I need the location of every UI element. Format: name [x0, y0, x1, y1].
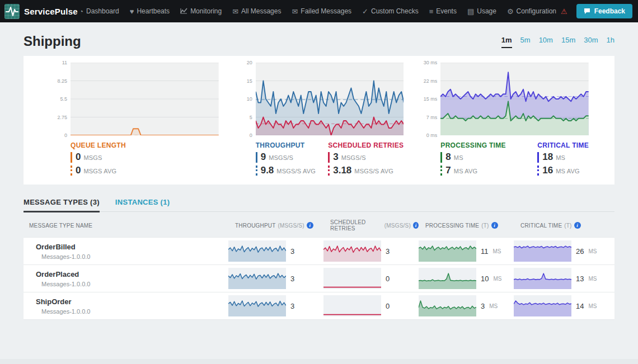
legend-title: SCHEDULED RETRIES: [328, 141, 404, 149]
y-tick-label: 15 ms: [424, 96, 438, 102]
tab-message-types-3[interactable]: MESSAGE TYPES (3): [24, 198, 100, 212]
y-tick-label: 22 ms: [424, 78, 438, 84]
time-tab-1h[interactable]: 1h: [607, 36, 614, 44]
navbar: ServicePulse ◔Dashboard♥HeartbeatsMonito…: [0, 0, 638, 22]
brand[interactable]: ServicePulse: [4, 4, 78, 19]
critical-time-unit: MS: [588, 303, 597, 309]
legend-title: THROUGHPUT: [256, 141, 316, 149]
nav-item-monitoring[interactable]: Monitoring: [180, 7, 222, 15]
time-tab-5m[interactable]: 5m: [520, 36, 531, 44]
nav-item-label: Heartbeats: [137, 7, 170, 15]
queue-length-plot: [71, 63, 219, 135]
table-body: OrderBilledMessages-1.0.0.03311MS26MSOrd…: [24, 237, 614, 320]
inbox-icon: ✉: [232, 8, 238, 15]
metric-number: 18: [542, 152, 553, 163]
processing-critical-plot: [440, 63, 589, 135]
time-tab-10m[interactable]: 10m: [539, 36, 553, 44]
critical-time-sparkline: [514, 295, 571, 316]
scheduled-retries-value: 0: [386, 302, 390, 310]
y-axis: 30 ms22 ms15 ms7 ms0 ms: [419, 63, 440, 135]
nav-item-heartbeats[interactable]: ♥Heartbeats: [130, 7, 170, 15]
nav-item-events[interactable]: ≡Events: [429, 7, 457, 15]
nav-item-usage[interactable]: ▤Usage: [467, 7, 496, 15]
metric-number: 16: [542, 166, 553, 176]
main-content: Shipping 1m5m10m15m30m1h 118.255.52.750 …: [0, 34, 638, 320]
nav-item-failed-messages[interactable]: ✉Failed Messages: [292, 7, 351, 15]
feedback-button[interactable]: Feedback: [576, 4, 632, 18]
message-type-cell: ShipOrderMessages-1.0.0.0: [24, 297, 228, 315]
y-tick-label: 7 ms: [426, 115, 438, 120]
metric-number: 8: [445, 152, 451, 163]
scheduled-retries-value: 3: [386, 247, 390, 256]
nav-items: ◔Dashboard♥HeartbeatsMonitoring✉All Mess…: [79, 7, 567, 15]
y-tick-label: 20: [247, 60, 252, 65]
time-tab-30m[interactable]: 30m: [584, 36, 598, 44]
message-type-assembly: Messages-1.0.0.0: [36, 281, 228, 287]
envelope-icon: ✉: [292, 8, 298, 15]
metric-unit: MSGS/S: [269, 154, 293, 161]
page-title: Shipping: [24, 34, 81, 49]
processing-time-cell: 10MS: [419, 268, 514, 289]
column-label: MESSAGE TYPE NAME: [29, 223, 92, 229]
processing-time-value: 10: [481, 275, 489, 283]
nav-item-configuration[interactable]: ⚙Configuration⚠: [507, 7, 567, 15]
nav-item-custom-checks[interactable]: ✓Custom Checks: [362, 7, 419, 15]
y-axis: 118.255.52.750: [49, 63, 71, 135]
critical-time-cell: 26MS: [514, 240, 609, 262]
legend-average-value: 9.8MSGS/S AVG: [256, 166, 316, 176]
message-type-cell: OrderPlacedMessages-1.0.0.0: [24, 270, 228, 287]
check-icon: ✓: [362, 8, 368, 15]
processing-time-unit: MS: [493, 276, 501, 282]
legend-row: THROUGHPUT9MSGS/S9.8MSGS/S AVGSCHEDULED …: [256, 141, 404, 176]
critical-time-value: 14: [576, 302, 584, 310]
table-row[interactable]: OrderPlacedMessages-1.0.0.03010MS13MS: [24, 265, 614, 292]
table-row[interactable]: OrderBilledMessages-1.0.0.03311MS26MS: [24, 237, 614, 265]
metric-unit: MS AVG: [454, 168, 478, 174]
info-icon[interactable]: i: [574, 222, 581, 229]
processing-time-unit: MS: [493, 248, 501, 254]
message-type-name: ShipOrder: [36, 297, 228, 306]
tab-instances-1[interactable]: INSTANCES (1): [115, 198, 170, 211]
legend-current-value: 8MS: [440, 152, 506, 163]
legend-current-value: 0MSGS: [71, 152, 126, 163]
processing-critical-chart: 30 ms22 ms15 ms7 ms0 ms PROCESSING TIME8…: [419, 63, 589, 176]
nav-item-label: Usage: [477, 7, 496, 15]
nav-item-all-messages[interactable]: ✉All Messages: [232, 7, 281, 15]
nav-item-label: Configuration: [517, 7, 556, 15]
metric-number: 3: [333, 152, 338, 163]
document-icon: ▤: [467, 8, 474, 15]
throughput-value: 3: [290, 247, 294, 256]
scheduled-retries-cell: 3: [323, 240, 419, 262]
throughput-cell: 3: [228, 268, 323, 289]
scheduled-retries-value: 0: [386, 275, 390, 283]
time-range-tabs: 1m5m10m15m30m1h: [501, 36, 614, 49]
scheduled-retries-sparkline: [323, 268, 381, 289]
throughput-sparkline: [228, 268, 286, 289]
column-label: SCHEDULED RETRIES: [330, 219, 382, 231]
legend-throughput: THROUGHPUT9MSGS/S9.8MSGS/S AVG: [256, 141, 316, 176]
message-type-assembly: Messages-1.0.0.0: [36, 308, 228, 315]
metric-number: 9: [261, 152, 266, 163]
processing-time-sparkline: [419, 240, 476, 262]
column-header-critical-time: CRITICAL TIME(T)i: [514, 222, 609, 229]
nav-item-dashboard[interactable]: ◔Dashboard: [79, 7, 119, 15]
section-tabs: MESSAGE TYPES (3)INSTANCES (1): [24, 198, 614, 212]
time-tab-1m[interactable]: 1m: [501, 36, 512, 48]
info-icon[interactable]: i: [413, 222, 419, 229]
y-tick-label: 0: [64, 133, 67, 138]
legend-row: QUEUE LENGTH0MSGS0MSGS AVG: [71, 141, 219, 176]
processing-time-sparkline: [419, 295, 476, 316]
table-row[interactable]: ShipOrderMessages-1.0.0.0303MS14MS: [24, 292, 614, 320]
nav-item-label: Dashboard: [86, 7, 119, 15]
scheduled-retries-sparkline: [323, 295, 381, 316]
nav-item-label: Custom Checks: [371, 7, 419, 15]
legend-title: CRITICAL TIME: [537, 141, 589, 149]
info-icon[interactable]: i: [491, 222, 498, 229]
throughput-retries-plot: [256, 63, 404, 135]
info-icon[interactable]: i: [307, 222, 313, 229]
legend-average-value: 16MS AVG: [537, 166, 589, 176]
time-tab-15m[interactable]: 15m: [561, 36, 575, 44]
critical-time-unit: MS: [588, 276, 597, 282]
legend-critical-time: CRITICAL TIME18MS16MS AVG: [537, 141, 589, 176]
legend-title: QUEUE LENGTH: [71, 141, 126, 149]
